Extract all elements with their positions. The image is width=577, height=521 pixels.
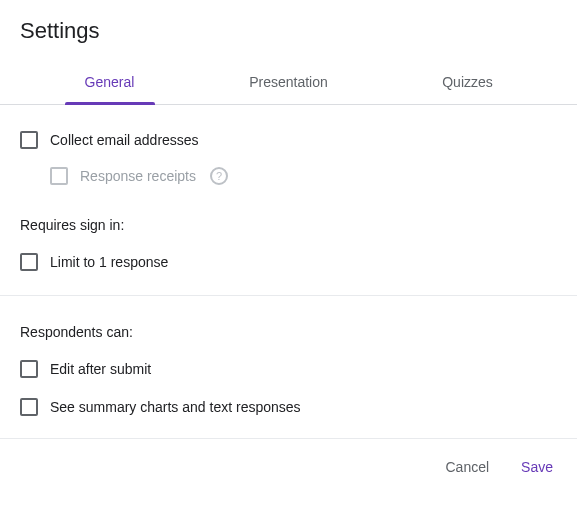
cancel-button[interactable]: Cancel xyxy=(439,453,495,481)
tab-presentation[interactable]: Presentation xyxy=(199,62,378,104)
tab-quizzes[interactable]: Quizzes xyxy=(378,62,557,104)
label-response-receipts: Response receipts xyxy=(80,168,196,184)
tabs-bar: General Presentation Quizzes xyxy=(0,62,577,105)
label-edit-after: Edit after submit xyxy=(50,361,151,377)
section-requires-signin: Requires sign in: xyxy=(20,217,557,233)
label-limit-one: Limit to 1 response xyxy=(50,254,168,270)
dialog-actions: Cancel Save xyxy=(0,439,577,495)
label-see-summary: See summary charts and text responses xyxy=(50,399,301,415)
page-title: Settings xyxy=(20,18,557,44)
checkbox-see-summary[interactable] xyxy=(20,398,38,416)
section-respondents-can: Respondents can: xyxy=(20,324,557,340)
checkbox-collect-email[interactable] xyxy=(20,131,38,149)
checkbox-edit-after[interactable] xyxy=(20,360,38,378)
divider xyxy=(0,295,577,296)
help-icon[interactable]: ? xyxy=(210,167,228,185)
label-collect-email: Collect email addresses xyxy=(50,132,199,148)
checkbox-response-receipts xyxy=(50,167,68,185)
checkbox-limit-one[interactable] xyxy=(20,253,38,271)
tab-general[interactable]: General xyxy=(20,62,199,104)
save-button[interactable]: Save xyxy=(515,453,559,481)
